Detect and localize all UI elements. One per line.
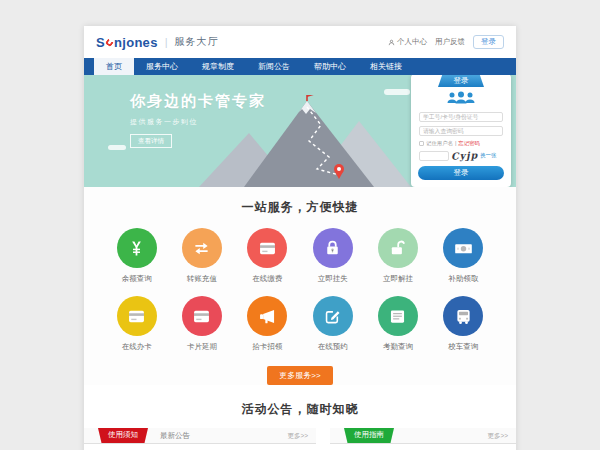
usage-notice-tab[interactable]: 使用须知	[98, 428, 148, 443]
banknote-icon	[443, 228, 483, 268]
user-icon	[388, 39, 395, 46]
personal-center-link[interactable]: 个人中心	[388, 37, 427, 47]
service-label: 在线办卡	[122, 342, 152, 352]
service-found-card-claim[interactable]: 拾卡招领	[235, 296, 300, 352]
service-label: 拾卡招领	[252, 342, 282, 352]
header-links: 个人中心 用户反馈 登录	[388, 35, 504, 49]
service-label: 立即解挂	[383, 274, 413, 284]
service-label: 卡片延期	[187, 342, 217, 352]
service-schoolbus-inquiry[interactable]: 校车查询	[431, 296, 496, 352]
captcha-image: Cyjp	[451, 149, 479, 161]
account-input[interactable]	[419, 112, 503, 122]
captcha-row: Cyjp 换一张	[419, 150, 503, 161]
guide-more-link[interactable]: 更多>>	[487, 428, 508, 443]
remember-label: 记住用户名	[426, 140, 453, 147]
remember-checkbox[interactable]	[419, 141, 424, 146]
service-report-loss[interactable]: 立即挂失	[300, 228, 365, 284]
nav-item-links[interactable]: 相关链接	[358, 58, 414, 75]
hero-cta-button[interactable]: 查看详情	[130, 134, 172, 148]
hero-text: 你身边的卡管专家 提供服务一步到位 查看详情	[130, 92, 266, 148]
transfer-icon	[182, 228, 222, 268]
logo-text: Snjones	[96, 35, 158, 50]
unlock-icon	[378, 228, 418, 268]
forgot-password-link[interactable]: 忘记密码	[458, 140, 480, 147]
services-section: 一站服务，方便快捷 余额查询 转账充值 在线缴费 立即挂失	[84, 187, 516, 385]
hero-title: 你身边的卡管专家	[130, 92, 266, 111]
bottom-padding	[84, 444, 516, 450]
service-label: 考勤查询	[383, 342, 413, 352]
hero-subtitle: 提供服务一步到位	[130, 117, 266, 127]
service-label: 在线预约	[318, 342, 348, 352]
header-login-button[interactable]: 登录	[473, 35, 504, 49]
more-services-button[interactable]: 更多服务>>	[267, 366, 332, 385]
notice-more-link[interactable]: 更多>>	[287, 428, 308, 443]
service-balance-inquiry[interactable]: 余额查询	[104, 228, 169, 284]
captcha-input[interactable]	[419, 151, 449, 161]
megaphone-icon	[247, 296, 287, 336]
options-separator: |	[455, 140, 456, 146]
service-online-booking[interactable]: 在线预约	[300, 296, 365, 352]
login-options-row: 记住用户名 | 忘记密码	[419, 140, 503, 147]
services-grid: 余额查询 转账充值 在线缴费 立即挂失 立即解挂	[104, 228, 496, 352]
users-icon	[411, 90, 511, 108]
nav-item-home[interactable]: 首页	[94, 58, 134, 75]
login-submit-button[interactable]: 登录	[418, 166, 504, 180]
logo-swirl-icon	[105, 37, 115, 47]
service-attendance-inquiry[interactable]: 考勤查询	[365, 296, 430, 352]
announcements-section: 活动公告，随时知晓 使用须知 最新公告 更多>> 使用指南 更多>>	[84, 385, 516, 450]
nav-item-service-center[interactable]: 服务中心	[134, 58, 190, 75]
service-label: 校车查询	[448, 342, 478, 352]
service-label: 余额查询	[122, 274, 152, 284]
announcements-title: 活动公告，随时知晓	[84, 401, 516, 418]
edit-icon	[313, 296, 353, 336]
card-icon	[117, 296, 157, 336]
usage-guide-tab[interactable]: 使用指南	[344, 428, 394, 443]
nav-item-help[interactable]: 帮助中心	[302, 58, 358, 75]
service-online-payment[interactable]: 在线缴费	[235, 228, 300, 284]
hero-banner: 你身边的卡管专家 提供服务一步到位 查看详情 登录	[84, 75, 516, 187]
logo[interactable]: Snjones | 服务大厅	[96, 35, 219, 50]
cloud-icon	[108, 145, 126, 150]
service-card-extension[interactable]: 卡片延期	[169, 296, 234, 352]
portal-name: 服务大厅	[175, 35, 219, 49]
header-divider: |	[165, 36, 168, 48]
top-header: Snjones | 服务大厅 个人中心 用户反馈 登录	[84, 26, 516, 58]
service-transfer-recharge[interactable]: 转账充值	[169, 228, 234, 284]
card-icon	[247, 228, 287, 268]
login-tab[interactable]: 登录	[438, 75, 484, 87]
service-online-card-apply[interactable]: 在线办卡	[104, 296, 169, 352]
service-subsidy-claim[interactable]: 补助领取	[431, 228, 496, 284]
latest-news-tab[interactable]: 最新公告	[160, 428, 190, 443]
password-input[interactable]	[419, 126, 503, 136]
services-title: 一站服务，方便快捷	[84, 199, 516, 216]
service-label: 补助领取	[448, 274, 478, 284]
list-icon	[378, 296, 418, 336]
service-label: 转账充值	[187, 274, 217, 284]
guide-panel: 使用指南 更多>>	[330, 428, 516, 444]
change-captcha-link[interactable]: 换一张	[480, 152, 496, 159]
lock-icon	[313, 228, 353, 268]
yen-icon	[117, 228, 157, 268]
login-panel: 登录 记住用户名 | 忘记密码	[411, 75, 511, 187]
feedback-link[interactable]: 用户反馈	[435, 37, 465, 47]
announcement-panels: 使用须知 最新公告 更多>> 使用指南 更多>>	[84, 428, 516, 444]
service-label: 立即挂失	[318, 274, 348, 284]
screenshot-stage: Snjones | 服务大厅 个人中心 用户反馈 登录 首页 服务中心 规章制度…	[0, 0, 600, 450]
main-nav: 首页 服务中心 规章制度 新闻公告 帮助中心 相关链接	[84, 58, 516, 75]
notice-panel: 使用须知 最新公告 更多>>	[84, 428, 316, 444]
service-cancel-loss[interactable]: 立即解挂	[365, 228, 430, 284]
nav-item-rules[interactable]: 规章制度	[190, 58, 246, 75]
portal-page: Snjones | 服务大厅 个人中心 用户反馈 登录 首页 服务中心 规章制度…	[84, 26, 516, 450]
bus-icon	[443, 296, 483, 336]
nav-item-news[interactable]: 新闻公告	[246, 58, 302, 75]
card-icon	[182, 296, 222, 336]
service-label: 在线缴费	[252, 274, 282, 284]
